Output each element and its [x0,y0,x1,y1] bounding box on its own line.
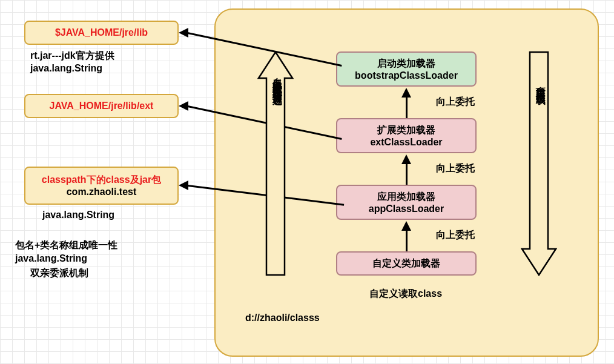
ext-loader-box: 扩展类加载器 extClassLoader [336,118,477,153]
note-unique: 包名+类名称组成唯一性 [15,239,117,252]
app-loader-box: 应用类加载器 appClassLoader [336,185,477,220]
conn-arrow-3 [179,180,188,190]
app-line1: 应用类加载器 [377,191,435,204]
custom-loader-box: 自定义类加载器 [336,251,477,276]
delegate-label-2: 向上委托 [436,162,475,175]
note-string: java.lang.String [15,253,87,264]
arrow-line-3 [406,229,408,251]
box-java-home-ext: JAVA_HOME/jre/lib/ext [24,94,179,118]
conn-arrow-2 [179,101,188,111]
arrow-head-2 [401,154,411,164]
bootstrap-loader-box: 启动类加载器 bootstrapClassLoader [336,51,477,87]
custom-line1: 自定义类加载器 [372,257,440,270]
box-java-home-jre-lib: $JAVA_HOME/jre/lib [24,21,179,45]
bootstrap-line1: 启动类加载器 [377,58,435,70]
path-label: d://zhaoli/classs [245,313,320,323]
delegate-label-3: 向上委托 [436,229,475,242]
java-lang-string-1: java.lang.String [30,63,102,74]
arrow-head-3 [401,221,411,231]
arrow-head-1 [401,88,411,98]
java-lang-string-2: java.lang.String [42,210,114,220]
ext-line1: 扩展类加载器 [377,124,435,137]
box3-sub: com.zhaoli.test [67,187,137,197]
note-parent-delegate: 双亲委派机制 [30,267,88,280]
down-arrow-label: 自顶向下依次加载 [534,79,547,88]
custom-read-label: 自定义读取class [369,288,442,300]
rt-jar-text: rt.jar---jdk官方提供 [30,50,114,62]
arrow-line-2 [406,162,408,185]
app-line2: appClassLoader [369,204,444,214]
bootstrap-line2: bootstrapClassLoader [355,70,458,81]
box-classpath: classpath下的class及jar包 com.zhaoli.test [24,167,179,205]
box2-label: JAVA_HOME/jre/lib/ext [50,101,154,111]
arrow-line-1 [406,96,408,118]
up-arrow-label: 自低向上依次检查是否已经被加载过 [271,70,283,89]
conn-arrow-1 [179,28,188,38]
box3-label: classpath下的class及jar包 [42,174,161,187]
box1-label: $JAVA_HOME/jre/lib [55,27,148,38]
delegate-label-1: 向上委托 [436,96,475,108]
ext-line2: extClassLoader [370,137,442,148]
